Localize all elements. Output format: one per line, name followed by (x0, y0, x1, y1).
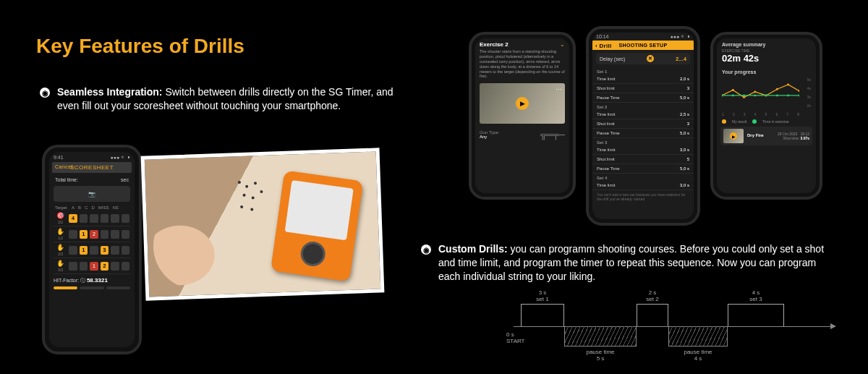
phone-shooting-setup: 10:14 ●●● ᯤ ▮ ‹ Drill SHOOTING SETUP Del… (586, 26, 700, 226)
score-cell[interactable] (111, 214, 119, 223)
play-icon: ▶ (730, 132, 737, 140)
set-row[interactable]: Shot limit3 (592, 84, 694, 93)
total-time-label: Total time: (55, 177, 78, 182)
score-row[interactable]: 🎯2/24 (54, 211, 130, 226)
play-icon[interactable]: ▶ (516, 97, 529, 110)
timeline-pause-label: pause time4 s (684, 349, 712, 362)
score-cell[interactable] (122, 214, 129, 223)
set-row[interactable]: Time limit3,0 s (592, 145, 694, 155)
target-icon: ✋2/3 (54, 244, 67, 256)
status-icons: ●●● ᯤ ▮ (670, 34, 690, 39)
bullet-strong: Seamless Integration: (57, 86, 163, 98)
set-row[interactable]: Pause Time5,0 s (592, 93, 694, 103)
score-cell[interactable] (90, 214, 98, 223)
svg-point-6 (787, 84, 789, 86)
pager (54, 286, 130, 289)
delay-row[interactable]: Delay (sec) ✕ 2…4 (596, 53, 690, 64)
setup-note: You can't add a new set because you have… (592, 190, 694, 203)
rifle-icon: ╦═╤─ (540, 129, 565, 140)
score-cell[interactable] (69, 230, 77, 239)
svg-point-11 (754, 95, 756, 97)
result-cards: ▶Dry Fire29 Oct 2023 18:12Shot time: 3.0… (717, 127, 816, 145)
score-cell[interactable]: 3 (101, 246, 109, 255)
drill-timeline-diagram: 0 sSTART 3 sset 1 pause time5 s 2 sset 2… (499, 286, 839, 366)
total-time-row: Total time: sec (54, 175, 130, 184)
score-cell[interactable]: 2 (90, 230, 98, 239)
score-row[interactable]: ✋1/212 (54, 226, 130, 242)
gun-type-value: Any (480, 135, 500, 139)
set-header: Set 1 (592, 67, 694, 75)
score-cell[interactable]: 1 (80, 246, 88, 255)
score-cell[interactable] (101, 214, 109, 223)
set-row[interactable]: Shot limit5 (592, 155, 694, 164)
exercise-header[interactable]: Exercise 2 ⌄ (475, 38, 569, 49)
clear-icon[interactable]: ✕ (647, 55, 654, 62)
result-card[interactable]: ▶Dry Fire29 Oct 2023 18:12Shot time: 3.0… (720, 127, 812, 145)
score-cell[interactable]: 4 (69, 214, 77, 223)
chevron-down-icon: ⌄ (560, 41, 565, 48)
phone-scoresheet: 9:41 ●●● ᯤ ▮ Cancel SCORESHEET Total tim… (42, 145, 142, 354)
score-cell[interactable]: 2 (101, 262, 109, 271)
header-title: SCORESHEET (70, 164, 114, 171)
score-cell[interactable] (111, 230, 119, 239)
chart-legend: My result Time in exercise (717, 118, 816, 127)
score-cell[interactable] (69, 262, 77, 271)
phone-summary: Average summary EXERCISE TIME 02m 42s Yo… (710, 32, 822, 200)
progress-label: Your progress (717, 67, 816, 75)
target-icon: ✋1/2 (54, 228, 67, 240)
feature-bullet-custom-drills: ◉ Custom Drills: you can programm shooti… (421, 242, 841, 284)
score-cell[interactable] (69, 246, 77, 255)
set-header: Set 4 (592, 174, 694, 181)
score-cell[interactable] (122, 230, 129, 239)
set-row[interactable]: Time limit2,0 s (592, 75, 694, 84)
back-button[interactable]: ‹ Drill (595, 43, 612, 49)
info-icon[interactable]: ⓘ (80, 278, 85, 283)
score-cell[interactable] (122, 246, 129, 255)
set-row[interactable]: Pause Time5,0 s (592, 164, 694, 174)
progress-chart: 5s4s3s2s 12345678 (722, 77, 811, 116)
set-row[interactable]: Time limit2,5 s (592, 110, 694, 119)
exercise-time-value: 02m 42s (717, 53, 816, 67)
score-cell[interactable] (111, 262, 119, 271)
score-cell[interactable]: 1 (80, 230, 88, 239)
score-row[interactable]: ✋2/313 (54, 242, 130, 258)
phone-exercise: Exercise 2 ⌄ The shooter starts from a s… (469, 32, 576, 200)
timeline-pause-box (668, 326, 728, 347)
svg-point-15 (799, 95, 799, 97)
svg-point-9 (732, 95, 734, 97)
summary-title: Average summary (717, 38, 816, 47)
exercise-video-thumbnail[interactable]: ⋯ ▶ (480, 83, 565, 124)
gun-type-row: Gun Type: Any ╦═╤─ (475, 125, 569, 144)
status-icons: ●●● ᯤ ▮ (110, 155, 130, 160)
svg-point-12 (765, 95, 767, 97)
timeline-pause-label: pause time5 s (586, 349, 614, 362)
status-time: 10:14 (596, 34, 609, 39)
bullet-text: Seamless Integration: Switch between dri… (57, 85, 409, 113)
set-row[interactable]: Pause Time5,0 s (592, 129, 694, 138)
score-cell[interactable] (101, 230, 109, 239)
svg-point-13 (776, 95, 778, 97)
score-row[interactable]: ✋0/312 (54, 258, 130, 274)
timeline-set-box (521, 304, 564, 326)
svg-point-2 (743, 96, 745, 98)
timeline-set-label: 2 sset 2 (646, 289, 658, 302)
take-photo-button[interactable]: 📷 (54, 186, 130, 202)
score-cell[interactable]: 1 (90, 262, 98, 271)
score-cell[interactable] (80, 214, 88, 223)
cancel-button[interactable]: Cancel (55, 164, 73, 169)
more-icon[interactable]: ⋯ (556, 86, 562, 93)
status-bar: 9:41 ●●● ᯤ ▮ (54, 155, 130, 160)
bullet-icon: ◉ (421, 245, 431, 255)
set-header: Set 2 (592, 103, 694, 110)
exercise-title: Exercise 2 (480, 41, 509, 48)
set-row[interactable]: Shot limit3 (592, 119, 694, 129)
set-row[interactable]: Time limit3,0 s (592, 181, 694, 190)
score-cell[interactable] (80, 262, 88, 271)
setup-sets: Set 1Time limit2,0 sShot limit3Pause Tim… (592, 67, 694, 190)
score-cell[interactable] (90, 246, 98, 255)
target-icon: 🎯2/2 (54, 212, 67, 224)
status-bar: 10:14 ●●● ᯤ ▮ (592, 33, 694, 41)
score-cell[interactable] (122, 262, 129, 271)
legend-dot-icon (722, 119, 726, 124)
score-cell[interactable] (111, 246, 119, 255)
